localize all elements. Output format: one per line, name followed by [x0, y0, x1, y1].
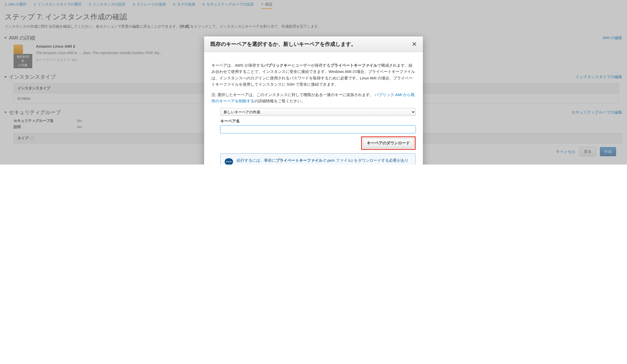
modal-title: 既存のキーペアを選択するか、新しいキーペアを作成します。 [210, 41, 356, 48]
close-icon[interactable]: ✕ [412, 41, 417, 48]
download-keypair-button[interactable]: キーペアのダウンロード [363, 138, 414, 148]
download-warning-callout: 続行するには、事前にプライベートキーファイル (*.pem ファイル) をダウン… [220, 153, 416, 165]
keypair-name-input[interactable] [220, 125, 416, 133]
modal-paragraph: キーペアは、AWS が保存するパブリックキーとユーザーが保存するプライベートキー… [211, 62, 416, 88]
keypair-name-label: キーペア名 [220, 118, 416, 124]
modal-note: 注: 選択したキーペアは、このインスタンスに対して権限がある一連のキーに追加され… [211, 92, 416, 104]
download-highlight: キーペアのダウンロード [361, 136, 416, 150]
keypair-option-select[interactable]: 新しいキーペアの作成 [220, 108, 416, 116]
keypair-modal: 既存のキーペアを選択するか、新しいキーペアを作成します。 ✕ キーペアは、AWS… [204, 36, 423, 165]
chat-bubble-icon [225, 158, 233, 165]
